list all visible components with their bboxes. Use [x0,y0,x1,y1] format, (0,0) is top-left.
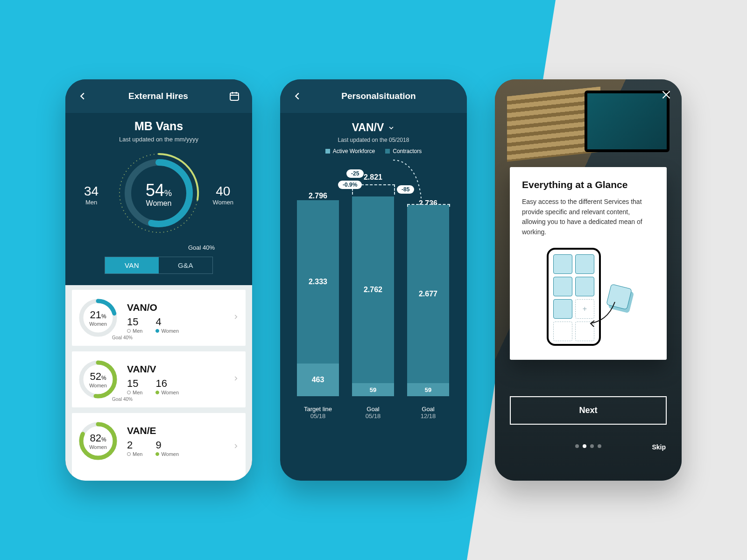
updated-caption: Last updated on the mm/yyyy [65,136,252,143]
section-title: MB Vans [65,119,252,133]
screen-onboarding: Everything at a Glance Easy access to th… [495,79,682,481]
back-icon[interactable] [292,91,303,101]
gender-gauge: 34 Men 40 Women [65,151,252,248]
onboarding-body: Easy access to the different Services th… [522,197,655,238]
segmented-control: VAN G&A [105,257,213,274]
back-icon[interactable] [78,91,88,101]
svg-rect-0 [230,93,239,100]
women-label: Women [212,199,233,206]
stacked-bar-chart: 2.796 2.333 463 2.821 2.762 59 [291,172,456,424]
segment-gna[interactable]: G&A [159,257,212,273]
unit-card[interactable]: 82%Women VAN/E 2Men 9Women [72,413,246,481]
appbar: Personalsituation [280,79,467,113]
appbar-title: External Hires [128,91,188,101]
gauge-label: Women [146,199,172,208]
appbar-title: Personalsituation [303,91,455,101]
screen-personalsituation: Personalsituation VAN/V Last updated on … [280,79,467,481]
unit-card[interactable]: 52%Women Goal 40% VAN/V 15Men 16Women [72,351,246,407]
updated-caption: Last updated on the 05/2018 [280,137,467,143]
screen-external-hires: External Hires MB Vans Last updated on t… [65,79,252,481]
calendar-icon[interactable] [229,91,240,102]
page-dots [575,444,601,448]
men-label: Men [84,199,99,206]
chevron-down-icon [388,124,395,132]
delta-badge: -0.9% [338,181,362,189]
next-button[interactable]: Next [510,396,667,425]
segment-van[interactable]: VAN [105,257,159,273]
chart-legend: Active Workforce Contractors [280,148,467,154]
onboarding-card: Everything at a Glance Easy access to th… [510,167,667,360]
women-count: 40 [212,184,233,199]
unit-title: VAN/V [127,364,179,375]
chevron-right-icon [233,441,239,453]
onboarding-title: Everything at a Glance [522,179,655,190]
delta-badge: -25 [346,169,364,178]
onboarding-illustration: + [522,248,655,346]
gauge-value: 54 [146,181,164,200]
unit-list: 21%Women Goal 40% VAN/O 15Men 4Women [65,285,252,481]
skip-link[interactable]: Skip [652,443,666,451]
chevron-right-icon [233,373,239,385]
men-count: 34 [84,184,99,199]
unit-card[interactable]: 21%Women Goal 40% VAN/O 15Men 4Women [72,290,246,346]
appbar: External Hires [65,79,252,113]
close-icon[interactable] [660,89,672,104]
goal-caption: Goal 40% [188,244,215,251]
chevron-right-icon [233,312,239,324]
unit-title: VAN/E [127,425,179,436]
unit-title: VAN/O [127,302,179,313]
unit-picker[interactable]: VAN/V [352,121,395,134]
